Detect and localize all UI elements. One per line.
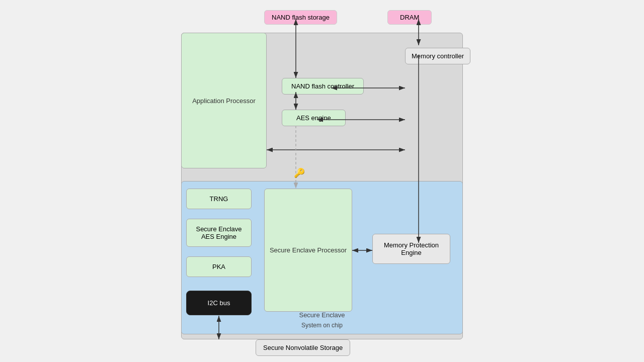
dram-box: DRAM (387, 10, 432, 25)
nand-flash-storage-box: NAND flash storage (264, 10, 337, 25)
nand-flash-label: NAND flash storage (272, 14, 330, 21)
soc-label: System on chip (301, 322, 343, 329)
secure-enclave-label: Secure Enclave (299, 311, 345, 319)
trng-label: TRNG (210, 195, 228, 203)
memory-controller-box: Memory controller (405, 48, 470, 64)
pka-box: PKA (186, 256, 252, 277)
aes-engine-label: AES engine (296, 114, 331, 122)
nand-controller-label: NAND flash controller (291, 82, 354, 90)
i2c-bus-box: I2C bus (186, 291, 252, 315)
i2c-label: I2C bus (208, 299, 230, 307)
aes-engine-box: AES engine (282, 110, 346, 126)
dram-label: DRAM (400, 14, 419, 21)
trng-box: TRNG (186, 189, 252, 209)
pka-label: PKA (212, 263, 225, 270)
snvs-label: Secure Nonvolatile Storage (263, 344, 343, 351)
application-processor-box: Application Processor (181, 33, 267, 168)
sep-label: Secure Enclave Processor (270, 246, 347, 254)
se-aes-engine-box: Secure Enclave AES Engine (186, 219, 252, 247)
sep-box: Secure Enclave Processor (264, 189, 352, 312)
memory-controller-label: Memory controller (412, 52, 464, 60)
snvs-box: Secure Nonvolatile Storage (256, 339, 350, 356)
se-aes-label: Secure Enclave AES Engine (196, 225, 242, 240)
nand-controller-box: NAND flash controller (282, 78, 364, 95)
mpe-label: Memory Protection Engine (384, 241, 439, 256)
mpe-box: Memory Protection Engine (372, 234, 450, 264)
application-processor-label: Application Processor (192, 97, 256, 105)
